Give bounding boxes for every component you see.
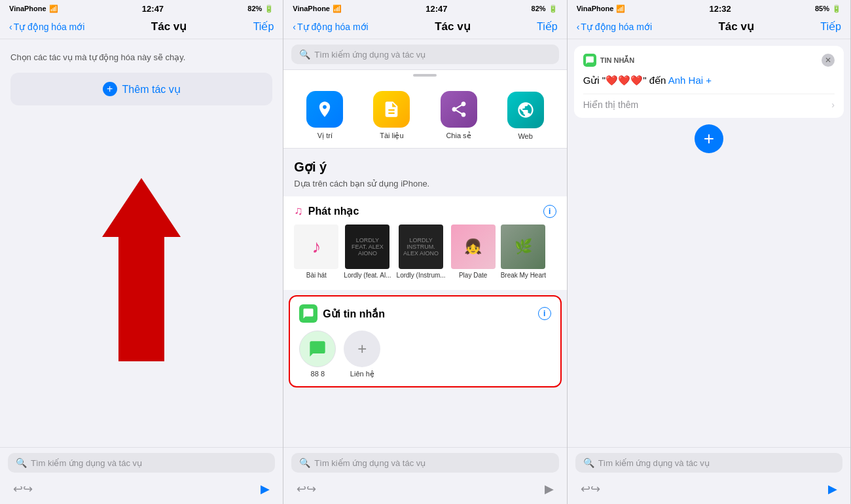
- music-note-thumb: ♪: [312, 236, 321, 257]
- album-thumb-4: 🌿: [501, 225, 545, 269]
- play-icon-3[interactable]: ▶: [828, 482, 837, 496]
- battery-icon-1: 🔋: [264, 5, 274, 13]
- album-thumb-3: 👧: [451, 225, 496, 269]
- msg-body-text2: " đến: [643, 75, 666, 86]
- bottom-search-1: 🔍 Tìm kiếm ứng dụng và tác vụ: [0, 447, 283, 478]
- arrow-head: [102, 178, 181, 237]
- panel-2: VinaPhone 📶 12:47 82% 🔋 ‹ Tự động hóa mớ…: [283, 0, 567, 504]
- redo-icon-3[interactable]: ↪: [590, 482, 600, 496]
- break-heart-emoji: 🌿: [515, 238, 532, 255]
- nav-next-2[interactable]: Tiếp: [537, 20, 558, 33]
- bottom-toolbar-3: ↩ ↪ ▶: [568, 478, 850, 504]
- nav-back-3[interactable]: ‹ Tự động hóa mới: [577, 22, 652, 32]
- album-label-4: Break My Heart: [501, 272, 546, 279]
- search-placeholder-bottom-2: Tìm kiếm ứng dụng và tác vụ: [314, 458, 426, 468]
- undo-icon-1[interactable]: ↩: [13, 482, 23, 496]
- album-text-1: LORDLY FEAT. ALEX AIONO: [348, 237, 387, 257]
- album-text-2: LORDLY INSTRUM. ALEX AIONO: [401, 237, 441, 257]
- close-msg-card-button[interactable]: ✕: [822, 54, 835, 67]
- battery-icon-3: 🔋: [832, 5, 841, 13]
- nav-title-3: Tác vụ: [718, 20, 753, 33]
- msg-emojis: ❤️❤️❤️: [606, 75, 643, 86]
- album-item-2[interactable]: LORDLY INSTRUM. ALEX AIONO Lordly (Instr…: [397, 225, 446, 279]
- music-title: Phát nhạc: [308, 205, 359, 217]
- album-label-2: Lordly (Instrum...: [397, 272, 446, 279]
- web-icon: [507, 92, 544, 128]
- search-box-bottom-2[interactable]: 🔍 Tìm kiếm ứng dụng và tác vụ: [291, 453, 558, 473]
- nav-next-1[interactable]: Tiếp: [253, 20, 274, 33]
- panel1-description: Chọn các tác vụ mà tự động hóa này sẽ ch…: [10, 52, 272, 62]
- search-box-top-2[interactable]: 🔍 Tìm kiếm ứng dụng và tác vụ: [291, 45, 558, 64]
- chevron-right-icon: ›: [831, 99, 835, 110]
- play-icon-2[interactable]: ▶: [545, 482, 554, 496]
- nav-back-label-2[interactable]: Tự động hóa mới: [297, 22, 369, 32]
- nav-bar-2: ‹ Tự động hóa mới Tác vụ Tiếp: [283, 16, 566, 39]
- nav-title-2: Tác vụ: [435, 20, 470, 33]
- search-icon-bottom-2: 🔍: [299, 458, 310, 468]
- add-task-label: Thêm tác vụ: [122, 83, 181, 96]
- contact-add[interactable]: + Liên hệ: [344, 331, 380, 378]
- send-message-section: Gửi tin nhắn i 88 8 + Liên hệ: [289, 295, 561, 387]
- play-icon-1[interactable]: ▶: [261, 482, 270, 496]
- msg-contact-link[interactable]: Anh Hai: [668, 75, 703, 86]
- search-box-1[interactable]: 🔍 Tìm kiếm ứng dụng và tác vụ: [8, 453, 275, 473]
- music-info-button[interactable]: i: [543, 205, 556, 218]
- music-note-icon: ♫: [294, 204, 303, 218]
- album-thumb-1: LORDLY FEAT. ALEX AIONO: [345, 225, 389, 269]
- contact-label-add: Liên hệ: [350, 370, 374, 378]
- app-icon-docs[interactable]: Tài liệu: [373, 91, 410, 140]
- status-left-1: VinaPhone 📶: [9, 5, 58, 13]
- redo-icon-2[interactable]: ↪: [306, 482, 316, 496]
- album-item-1[interactable]: LORDLY FEAT. ALEX AIONO Lordly (feat. Al…: [344, 225, 391, 279]
- undo-icon-3[interactable]: ↩: [581, 482, 590, 496]
- album-label-3: Play Date: [459, 272, 487, 279]
- redo-icon-1[interactable]: ↪: [23, 482, 33, 496]
- chevron-left-icon-2: ‹: [293, 22, 296, 32]
- send-msg-info-button[interactable]: i: [538, 307, 551, 320]
- album-item-0[interactable]: ♪ Bài hát: [294, 225, 338, 279]
- add-task-icon: +: [103, 82, 117, 96]
- album-label-1: Lordly (feat. Al...: [344, 272, 391, 279]
- wifi-icon-1: 📶: [49, 5, 58, 13]
- panel1-content: Chọn các tác vụ mà tự động hóa này sẽ ch…: [0, 39, 283, 447]
- arrow-container: [10, 105, 272, 434]
- album-item-4[interactable]: 🌿 Break My Heart: [501, 225, 546, 279]
- album-thumb-2: LORDLY INSTRUM. ALEX AIONO: [399, 225, 443, 269]
- carrier-2: VinaPhone: [293, 5, 330, 12]
- battery-icon-2: 🔋: [549, 5, 558, 13]
- add-task-button[interactable]: + Thêm tác vụ: [10, 73, 272, 105]
- album-label-0: Bài hát: [306, 272, 327, 279]
- time-2: 12:47: [426, 4, 447, 14]
- battery-pct-1: 82%: [247, 5, 262, 12]
- carrier-3: VinaPhone: [577, 5, 614, 12]
- add-fab-button[interactable]: +: [695, 124, 723, 153]
- undo-icon-2[interactable]: ↩: [297, 482, 306, 496]
- play-date-emoji: 👧: [464, 238, 482, 255]
- album-item-3[interactable]: 👧 Play Date: [451, 225, 496, 279]
- app-icon-share[interactable]: Chia sẻ: [441, 91, 477, 140]
- chevron-left-icon-1: ‹: [9, 22, 12, 32]
- contact-88[interactable]: 88 8: [299, 331, 336, 378]
- nav-back-label-3[interactable]: Tự động hóa mới: [581, 22, 652, 32]
- nav-next-3[interactable]: Tiếp: [820, 20, 841, 33]
- search-box-3[interactable]: 🔍 Tìm kiếm ứng dụng và tác vụ: [575, 453, 842, 473]
- msg-body: Gửi "❤️❤️❤️" đến Anh Hai +: [583, 73, 835, 87]
- app-icon-location[interactable]: Vị trí: [306, 91, 343, 140]
- status-bar-1: VinaPhone 📶 12:47 82% 🔋: [0, 0, 283, 16]
- nav-back-2[interactable]: ‹ Tự động hóa mới: [293, 22, 368, 32]
- time-3: 12:32: [710, 4, 731, 14]
- show-more-row[interactable]: Hiển thị thêm ›: [583, 94, 835, 110]
- battery-pct-2: 82%: [532, 5, 546, 12]
- web-label: Web: [518, 132, 532, 140]
- app-icon-web[interactable]: Web: [507, 92, 544, 140]
- nav-back-1[interactable]: ‹ Tự động hóa mới: [9, 22, 84, 32]
- drag-handle: [283, 70, 566, 81]
- status-bar-3: VinaPhone 📶 12:32 85% 🔋: [568, 0, 850, 16]
- arrow-shaft: [118, 237, 164, 361]
- location-label: Vị trí: [317, 132, 333, 140]
- docs-icon: [373, 91, 410, 128]
- album-row: ♪ Bài hát LORDLY FEAT. ALEX AIONO Lordly…: [294, 225, 556, 282]
- suggestions-heading: Gợi ý: [283, 149, 566, 179]
- msg-add-button[interactable]: +: [706, 75, 712, 86]
- nav-back-label-1[interactable]: Tự động hóa mới: [14, 22, 85, 32]
